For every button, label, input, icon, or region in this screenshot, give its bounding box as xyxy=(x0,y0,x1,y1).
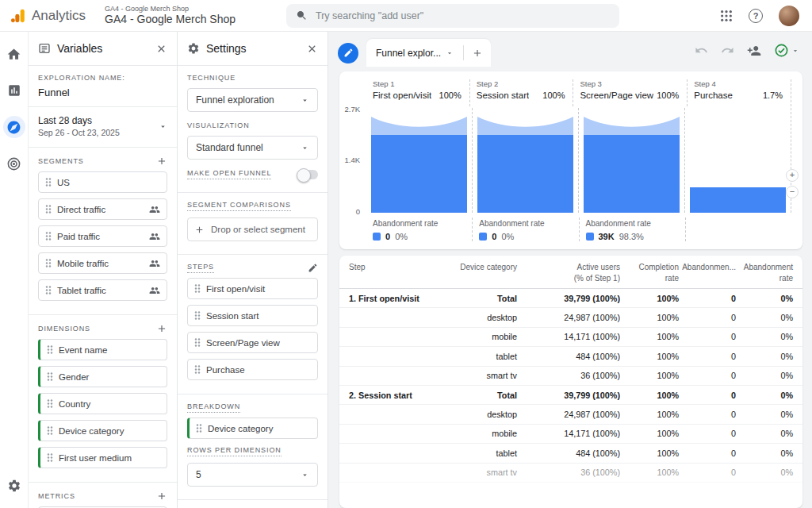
funnel-step-chip[interactable]: First open/visit xyxy=(187,278,318,299)
export-status-button[interactable] xyxy=(774,43,799,58)
funnel-bar[interactable] xyxy=(473,108,579,213)
dimension-chip[interactable]: Event name xyxy=(38,339,167,360)
drag-handle-icon xyxy=(47,398,53,409)
table-cell: 484 (100%) xyxy=(517,352,620,361)
drag-handle-icon xyxy=(194,310,201,321)
search-bar[interactable]: Try searching "add user" xyxy=(286,4,619,28)
undo-icon[interactable] xyxy=(695,44,708,57)
property-switcher[interactable]: GA4 - Google Merch Shop GA4 - Google Mer… xyxy=(105,6,236,25)
ga-logo-icon xyxy=(10,7,27,25)
abandonment-cell: Abandonment rate00% xyxy=(473,217,579,241)
add-dimension-icon[interactable] xyxy=(156,323,167,334)
funnel-bar[interactable] xyxy=(366,108,473,213)
dimension-chip[interactable]: Device category xyxy=(38,420,167,441)
table-row[interactable]: tablet484 (100%)100%00% xyxy=(339,347,802,366)
dimension-chip[interactable]: Country xyxy=(38,393,167,414)
table-cell: 24,987 (100%) xyxy=(517,410,620,419)
nav-reports-icon[interactable] xyxy=(3,79,25,102)
table-row[interactable]: desktop24,987 (100%)100%00% xyxy=(339,405,802,424)
shared-segment-icon xyxy=(149,204,160,215)
add-metric-icon[interactable] xyxy=(156,491,167,502)
user-avatar[interactable] xyxy=(779,6,799,26)
table-column-header[interactable]: Device category xyxy=(438,262,517,273)
edit-steps-icon[interactable] xyxy=(308,263,318,273)
settings-panel: Settings TECHNIQUE Funnel exploration VI… xyxy=(178,32,328,508)
chip-label: Gender xyxy=(59,372,89,382)
open-funnel-toggle[interactable] xyxy=(297,170,318,179)
check-circle-icon xyxy=(774,43,789,58)
settings-close-icon[interactable] xyxy=(306,43,318,55)
table-row[interactable]: 2. Session startTotal39,799 (100%)100%00… xyxy=(339,386,802,405)
drag-handle-icon xyxy=(194,337,201,348)
table-column-header[interactable]: Abandonmen... xyxy=(679,262,736,273)
exploration-name-value[interactable]: Funnel xyxy=(29,87,177,98)
segment-chip[interactable]: Tablet traffic xyxy=(38,279,167,301)
exploration-name-label: EXPLORATION NAME: xyxy=(38,74,125,82)
tab-funnel-exploration[interactable]: Funnel explor... xyxy=(366,39,463,67)
variables-close-icon[interactable] xyxy=(155,43,167,55)
table-column-header[interactable]: Completionrate xyxy=(620,262,679,283)
legend-square-icon xyxy=(373,233,381,241)
table-column-header[interactable]: Step xyxy=(349,262,438,273)
segment-drop-zone[interactable]: Drop or select segment xyxy=(187,217,318,241)
table-row[interactable]: 1. First open/visitTotal39,799 (100%)100… xyxy=(339,289,802,308)
abandonment-value: 0 xyxy=(492,232,496,241)
segments-list: USDirect trafficPaid trafficMobile traff… xyxy=(29,171,177,301)
admin-gear-icon[interactable] xyxy=(3,475,25,497)
share-add-user-icon[interactable] xyxy=(747,44,761,58)
app-root: Analytics GA4 - Google Merch Shop GA4 - … xyxy=(0,0,812,508)
segment-chip[interactable]: Paid traffic xyxy=(38,225,167,247)
funnel-bar[interactable] xyxy=(579,108,685,213)
dimension-chip[interactable]: First user medium xyxy=(38,447,167,468)
segment-chip[interactable]: US xyxy=(38,171,167,193)
drag-handle-icon xyxy=(47,371,53,382)
dimension-chip[interactable]: Gender xyxy=(38,366,167,387)
technique-select[interactable]: Funnel exploration xyxy=(187,88,318,112)
table-row[interactable]: tablet484 (100%)100%00% xyxy=(339,444,802,463)
rows-per-dimension-select[interactable]: 5 xyxy=(187,463,318,487)
app-header: Analytics GA4 - Google Merch Shop GA4 - … xyxy=(0,0,812,32)
table-header-row: StepDevice categoryActive users(% of Ste… xyxy=(339,256,802,289)
nav-explore-icon[interactable] xyxy=(3,116,25,138)
table-cell: 100% xyxy=(620,332,679,341)
table-column-header[interactable]: Abandonmentrate xyxy=(736,262,793,283)
edit-pencil-icon[interactable] xyxy=(338,43,358,64)
abandonment-cell: Abandonment rate00% xyxy=(366,217,473,241)
funnel-step-chip[interactable]: Session start xyxy=(187,305,318,326)
nav-home-icon[interactable] xyxy=(3,43,25,65)
funnel-bar[interactable] xyxy=(685,108,791,213)
chip-label: Session start xyxy=(206,311,259,321)
analytics-logo[interactable]: Analytics xyxy=(0,7,94,25)
date-range-picker[interactable]: Last 28 days Sep 26 - Oct 23, 2025 xyxy=(29,114,177,139)
search-placeholder: Try searching "add user" xyxy=(316,10,423,21)
visualization-select[interactable]: Standard funnel xyxy=(187,136,318,160)
rows-per-dimension-label: ROWS PER DIMENSION xyxy=(187,446,282,456)
segments-label: SEGMENTS xyxy=(38,157,84,165)
add-tab-button[interactable] xyxy=(464,39,491,67)
zoom-out-icon[interactable]: − xyxy=(786,186,799,198)
step-number: Step 1 xyxy=(373,79,462,88)
table-row[interactable]: mobile14,171 (100%)100%00% xyxy=(339,425,802,444)
segment-chip[interactable]: Mobile traffic xyxy=(38,252,167,274)
table-cell: 0 xyxy=(679,332,736,341)
table-row[interactable]: smart tv36 (100%)100%00% xyxy=(339,367,802,386)
table-column-header[interactable]: Active users(% of Step 1) xyxy=(517,262,620,283)
nav-advertising-icon[interactable] xyxy=(3,152,25,175)
funnel-step-chip[interactable]: Purchase xyxy=(187,359,318,380)
plus-icon xyxy=(194,225,205,235)
breakdown-chip[interactable]: Device category xyxy=(187,418,318,439)
zoom-in-icon[interactable]: + xyxy=(786,169,799,182)
apps-grid-icon[interactable] xyxy=(720,10,733,22)
segment-chip[interactable]: Direct traffic xyxy=(38,198,167,220)
funnel-step-chip[interactable]: Screen/Page view xyxy=(187,332,318,353)
step-name: Session start xyxy=(477,90,529,100)
help-icon[interactable]: ? xyxy=(749,9,763,23)
drag-handle-icon xyxy=(47,425,53,436)
table-cell: 0 xyxy=(679,391,736,400)
redo-icon[interactable] xyxy=(721,44,734,57)
variables-icon xyxy=(38,42,51,55)
table-row[interactable]: mobile14,171 (100%)100%00% xyxy=(339,328,802,347)
table-row[interactable]: smart tv36 (100%)100%00% xyxy=(339,464,802,483)
table-row[interactable]: desktop24,987 (100%)100%00% xyxy=(339,308,802,327)
add-segment-icon[interactable] xyxy=(156,156,167,167)
